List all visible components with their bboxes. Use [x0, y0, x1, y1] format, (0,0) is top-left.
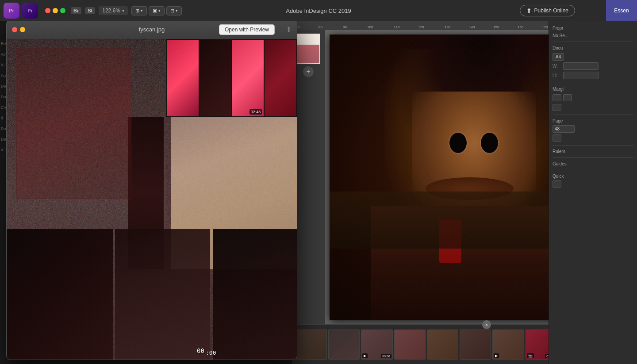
ruler-mark-140: 140	[469, 25, 475, 29]
ruler-mark-160: 160	[518, 25, 523, 29]
publish-online-button[interactable]: ⬆ Publish Online	[520, 5, 575, 16]
quick-label: Quick	[553, 174, 633, 179]
screen-icon: ▣	[153, 8, 157, 14]
width-label: W:	[553, 64, 561, 69]
timecode-frames: :00	[206, 349, 216, 356]
props-divider-1	[553, 42, 633, 42]
no-selection: No Se...	[553, 33, 633, 38]
width-input[interactable]	[563, 62, 599, 70]
thumb-2	[199, 39, 232, 117]
film-thumb-3-play-icon: ▶	[362, 353, 368, 358]
minimize-button[interactable]	[53, 8, 58, 13]
margin-bottom-btn[interactable]	[563, 94, 572, 101]
ruler-mark-100: 100	[367, 25, 373, 29]
film-thumb-6[interactable]	[460, 330, 491, 360]
document-section: Docu	[553, 46, 633, 50]
margin-left-btn[interactable]	[553, 104, 561, 111]
close-filmstrip-button[interactable]: ×	[482, 320, 491, 329]
add-page-button[interactable]: +	[303, 66, 314, 77]
layout-dropdown-icon: ▾	[141, 8, 143, 13]
thumb-strip-top: 02:48	[166, 39, 297, 117]
film-thumb-3-timer: 00:00	[381, 354, 391, 358]
page-number-input[interactable]	[553, 125, 575, 133]
thumb-timer-1: 02:48	[249, 109, 262, 115]
publish-icon: ⬆	[526, 7, 532, 14]
ql-close-button[interactable]	[12, 27, 17, 32]
properties-title: Propr	[553, 26, 633, 31]
essentials-label: Essen	[614, 8, 629, 14]
grid-view-button[interactable]: ⊟ ▾	[166, 6, 182, 15]
collage-image: 02:48 00 :00	[7, 39, 297, 360]
window-controls	[45, 8, 65, 13]
grid-icon: ⊟	[170, 8, 174, 14]
margins-label: Margi	[553, 87, 633, 92]
film-thumb-4[interactable]	[394, 330, 426, 360]
quicklook-window: fyscan.jpg Open with Preview ⬆	[6, 19, 297, 360]
height-input[interactable]	[563, 72, 599, 79]
film-thumb-5[interactable]	[427, 330, 458, 360]
layout-view-button[interactable]: ⊞ ▾	[131, 6, 147, 15]
guides-label: Guides	[553, 161, 633, 166]
maximize-button[interactable]	[60, 8, 65, 13]
photo-eye-left	[449, 133, 467, 153]
props-divider-6	[553, 170, 633, 170]
margin-top-btn[interactable]	[553, 94, 561, 101]
zoom-control[interactable]: 122.6% ▾	[99, 6, 128, 15]
page-thumbnail-1[interactable]	[296, 34, 320, 64]
props-divider-3	[553, 115, 633, 115]
height-row: H:	[553, 72, 633, 79]
grid-dropdown-icon: ▾	[176, 8, 178, 13]
close-filmstrip-icon: ×	[485, 322, 488, 327]
ruler-mark-110: 110	[394, 25, 399, 29]
bridge-badge[interactable]: Br	[71, 7, 81, 14]
quicklook-content: 02:48 00 :00	[7, 39, 297, 360]
ruler-mark-80: 80	[318, 25, 322, 29]
width-row: W:	[553, 62, 633, 70]
film-thumb-7[interactable]: ▶	[492, 330, 524, 360]
film-thumb-2[interactable]	[328, 330, 360, 360]
page-number-row	[553, 125, 633, 133]
ruler-mark-90: 90	[343, 25, 347, 29]
props-divider-5	[553, 157, 633, 158]
premiere-icon[interactable]: Pr	[4, 3, 19, 19]
quick-action-btn[interactable]	[553, 180, 561, 188]
timecode-display: 00	[197, 347, 204, 354]
ruler-mark-120: 120	[418, 25, 424, 29]
film-thumb-1[interactable]	[295, 330, 327, 360]
app-title: Adobe InDesign CC 2019	[286, 8, 351, 14]
premiere-icon-2[interactable]: Pr	[22, 3, 38, 19]
zoom-dropdown-icon: ▾	[122, 8, 124, 13]
ql-minimize-button[interactable]	[20, 27, 25, 32]
page-controls	[553, 134, 633, 142]
collage-bottom-right	[213, 229, 297, 360]
ruler-mark-130: 130	[445, 25, 450, 29]
timecode-value: 00	[197, 347, 204, 354]
quick-controls	[553, 180, 633, 188]
screen-view-button[interactable]: ▣ ▾	[149, 6, 165, 15]
page-section-label: Page	[553, 119, 633, 123]
add-icon: +	[306, 68, 310, 76]
margins-controls	[553, 94, 633, 101]
toolbar-layout-group: ⊞ ▾ ▣ ▾ ⊟ ▾	[131, 6, 182, 15]
properties-panel: Propr No Se... Docu A4 W: H: Margi Page …	[549, 21, 637, 364]
zoom-value: 122.6%	[102, 8, 120, 14]
essentials-button[interactable]: Essen	[606, 0, 637, 21]
thumb-3: 02:48	[232, 39, 265, 117]
page-size-row: A4	[553, 53, 633, 61]
top-bar: Pr Pr Br St 122.6% ▾ ⊞ ▾ ▣ ▾ ⊟ ▾ Adobe I…	[0, 0, 637, 21]
photo-eyes	[426, 126, 522, 160]
publish-label: Publish Online	[534, 8, 568, 14]
ruler-mark-170: 170	[542, 25, 548, 29]
share-icon[interactable]: ⬆	[286, 25, 292, 34]
open-with-preview-button[interactable]: Open with Preview	[219, 24, 275, 35]
stock-badge[interactable]: St	[85, 7, 95, 14]
quicklook-filename: fyscan.jpg	[139, 26, 165, 33]
close-button[interactable]	[45, 8, 50, 13]
film-thumb-8-cam-icon: 📷	[527, 353, 534, 358]
page-size-value[interactable]: A4	[553, 53, 564, 61]
app-icons: Pr Pr	[4, 3, 38, 19]
rulers-label: Rulers	[553, 149, 633, 154]
film-thumb-3[interactable]: ▶ 00:00	[361, 330, 392, 360]
props-divider-2	[553, 83, 633, 83]
page-prev-btn[interactable]	[553, 134, 561, 142]
